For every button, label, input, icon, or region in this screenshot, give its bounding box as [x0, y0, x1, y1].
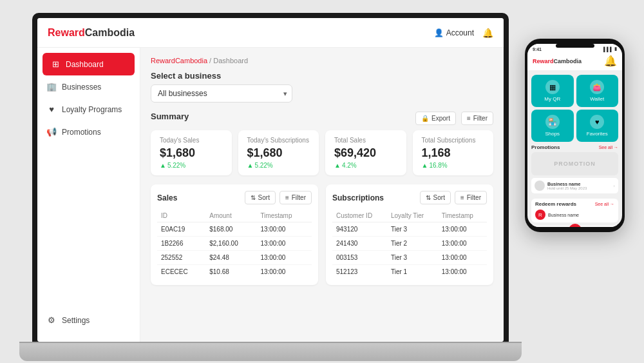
sales-filter-button[interactable]: ≡ Filter: [279, 191, 312, 204]
phone-btn-myqr-label: My QR: [544, 96, 560, 102]
filter-button[interactable]: ≡ Filter: [461, 112, 493, 125]
myqr-icon: ▦: [545, 80, 560, 94]
phone-redeem-section: Redeem rewards See all → R Business name: [531, 199, 618, 222]
laptop-screen-outer: RewardCambodia 👤 Account 🔔: [32, 13, 509, 342]
sales-table-title: Sales: [157, 193, 177, 202]
redeem-avatar: R: [535, 210, 545, 220]
breadcrumb: RewardCambodia / Dashboard: [151, 57, 493, 64]
subs-col-tier: Loyalty Tier: [387, 210, 438, 222]
sidebar-item-dashboard[interactable]: ⊞ Dashboard: [43, 53, 135, 75]
card-value-2: $69,420: [334, 146, 397, 160]
card-change-3: ▲ 16.8%: [422, 162, 485, 169]
sidebar-wrapper: ⊞ Dashboard 🏢 Businesses ♥ Loyalty Progr…: [37, 53, 140, 342]
phone-logo-reward: Reward: [533, 58, 554, 64]
phone-bell-icon[interactable]: 🔔: [604, 55, 617, 67]
subs-table-title: Subscriptions: [332, 193, 384, 202]
up-arrow-icon-3: ▲: [422, 162, 428, 169]
phone-promotions-header: Promotions See all →: [531, 144, 618, 150]
topbar: RewardCambodia 👤 Account 🔔: [37, 18, 504, 48]
settings-icon: ⚙: [46, 315, 57, 325]
summary-header: Summary 🔒 Export ≡ Filter: [151, 112, 493, 125]
sidebar-label-dashboard: Dashboard: [66, 60, 104, 69]
phone-btn-shops[interactable]: 🏪 Shops: [531, 110, 574, 142]
phone-btn-shops-label: Shops: [545, 131, 560, 137]
up-arrow-icon-0: ▲: [160, 162, 166, 169]
export-label: Export: [431, 115, 450, 122]
subscriptions-table-section: Subscriptions ⇅ Sort ≡ Filter: [326, 184, 493, 285]
table-row: ECECEC$10.6813:00:00: [157, 265, 312, 279]
card-label-1: Today's Subscriptions: [247, 137, 310, 144]
export-button[interactable]: 🔒 Export: [415, 112, 456, 125]
sidebar-item-settings[interactable]: ⚙ Settings: [37, 309, 140, 331]
subs-filter-button[interactable]: ≡ Filter: [455, 191, 487, 204]
promo-name: Business name: [547, 182, 611, 186]
sales-col-timestamp: Timestamp: [256, 210, 312, 222]
card-value-3: 1,168: [422, 146, 485, 160]
sidebar-bottom: ⚙ Settings: [37, 309, 140, 342]
logo-cambodia: Cambodia: [85, 27, 135, 38]
tables-row: Sales ⇅ Sort ≡ Filter: [151, 184, 493, 285]
subs-table-actions: ⇅ Sort ≡ Filter: [420, 191, 487, 204]
phone-screen: 9:41 ▌▌▌ ▮ RewardCambodia 🔔 ▦ My QR 👛: [527, 44, 622, 227]
signal-icon: ▌▌▌: [603, 47, 613, 52]
sales-filter-icon: ≡: [285, 194, 289, 201]
promo-date: Hold until 25 May 2023: [547, 186, 611, 190]
card-todays-sales: Today's Sales $1,680 ▲ 5.22%: [151, 130, 232, 175]
favorites-icon: ♥: [590, 115, 604, 129]
card-total-subs: Total Subscriptions 1,168 ▲ 16.8%: [413, 130, 494, 175]
phone-promotions-title: Promotions: [531, 144, 560, 150]
subs-table-header: Subscriptions ⇅ Sort ≡ Filter: [332, 191, 487, 204]
breadcrumb-root[interactable]: RewardCambodia: [151, 57, 207, 64]
logo-reward: Reward: [48, 27, 85, 38]
phone: 9:41 ▌▌▌ ▮ RewardCambodia 🔔 ▦ My QR 👛: [525, 39, 625, 232]
summary-cards: Today's Sales $1,680 ▲ 5.22% Today's Sub…: [151, 130, 493, 175]
phone-btn-favorites[interactable]: ♥ Favorites: [576, 110, 619, 142]
subscriptions-table: Customer ID Loyalty Tier Timestamp 94312…: [332, 210, 487, 279]
phone-status-right: ▌▌▌ ▮: [603, 46, 617, 52]
sidebar-item-businesses[interactable]: 🏢 Businesses: [37, 75, 140, 98]
account-button[interactable]: 👤 Account: [434, 28, 474, 37]
sidebar-label-settings: Settings: [62, 316, 90, 325]
phone-redeem-see-all[interactable]: See all →: [595, 202, 614, 206]
subs-sort-button[interactable]: ⇅ Sort: [420, 191, 451, 204]
sales-table-header: Sales ⇅ Sort ≡ Filter: [157, 191, 312, 204]
phone-time: 9:41: [533, 47, 542, 52]
phone-promotions-see-all[interactable]: See all →: [599, 145, 618, 150]
card-change-2: ▲ 4.2%: [334, 162, 397, 169]
table-row: 003153Tier 313:00:00: [332, 251, 487, 265]
scan-nav-icon: ⊙: [569, 224, 582, 227]
battery-icon: ▮: [614, 46, 617, 52]
phone-btn-wallet[interactable]: 👛 Wallet: [576, 75, 619, 107]
sales-col-id: ID: [157, 210, 205, 222]
breadcrumb-current: Dashboard: [213, 57, 248, 64]
sales-filter-label: Filter: [292, 194, 306, 201]
filter-label: Filter: [473, 115, 488, 122]
sidebar-main: ⊞ Dashboard 🏢 Businesses ♥ Loyalty Progr…: [37, 53, 140, 309]
notification-bell[interactable]: 🔔: [482, 27, 493, 39]
sales-sort-label: Sort: [258, 194, 270, 201]
sidebar: ⊞ Dashboard 🏢 Businesses ♥ Loyalty Progr…: [37, 48, 140, 342]
card-total-sales: Total Sales $69,420 ▲ 4.2%: [325, 130, 406, 175]
promo-text: Business name Hold until 25 May 2023: [547, 182, 611, 190]
card-todays-subs: Today's Subscriptions $1,680 ▲ 5.22%: [238, 130, 319, 175]
business-select-label: Select a business: [151, 71, 493, 81]
sidebar-item-loyalty[interactable]: ♥ Loyalty Programs: [37, 98, 140, 121]
phone-logo: RewardCambodia: [533, 58, 582, 64]
phone-btn-wallet-label: Wallet: [590, 96, 604, 102]
sales-sort-button[interactable]: ⇅ Sort: [245, 191, 276, 204]
phone-redeem-title: Redeem rewards: [535, 201, 576, 207]
account-icon: 👤: [434, 28, 444, 37]
sidebar-item-promotions[interactable]: 📢 Promotions: [37, 121, 140, 143]
card-change-1: ▲ 5.22%: [247, 162, 310, 169]
phone-redeem-item: R Business name: [535, 210, 614, 220]
phone-topbar: RewardCambodia 🔔: [527, 53, 622, 71]
card-label-2: Total Sales: [334, 137, 397, 144]
phone-redeem-header: Redeem rewards See all →: [535, 201, 614, 207]
promo-avatar: [535, 181, 545, 191]
phone-btn-favorites-label: Favorites: [587, 131, 608, 137]
summary-actions: 🔒 Export ≡ Filter: [415, 112, 493, 125]
business-select-input[interactable]: All businesses: [151, 84, 292, 103]
filter-icon: ≡: [467, 115, 471, 122]
subs-sort-icon: ⇅: [426, 194, 431, 201]
phone-btn-myqr[interactable]: ▦ My QR: [531, 75, 574, 107]
